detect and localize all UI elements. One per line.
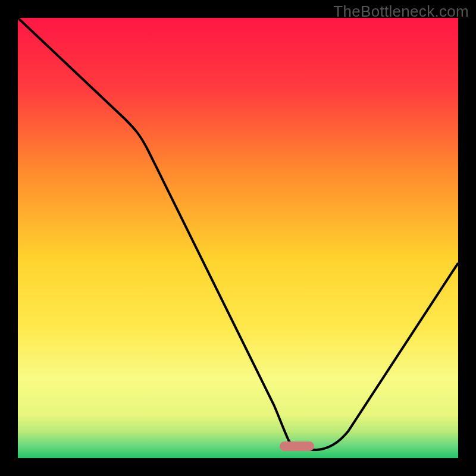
chart-container: TheBottleneck.com [0, 0, 476, 476]
plot-area [18, 18, 458, 458]
optimal-marker [280, 441, 314, 451]
watermark-text: TheBottleneck.com [333, 2, 469, 21]
gradient-background [18, 18, 458, 458]
chart-svg [18, 18, 458, 458]
